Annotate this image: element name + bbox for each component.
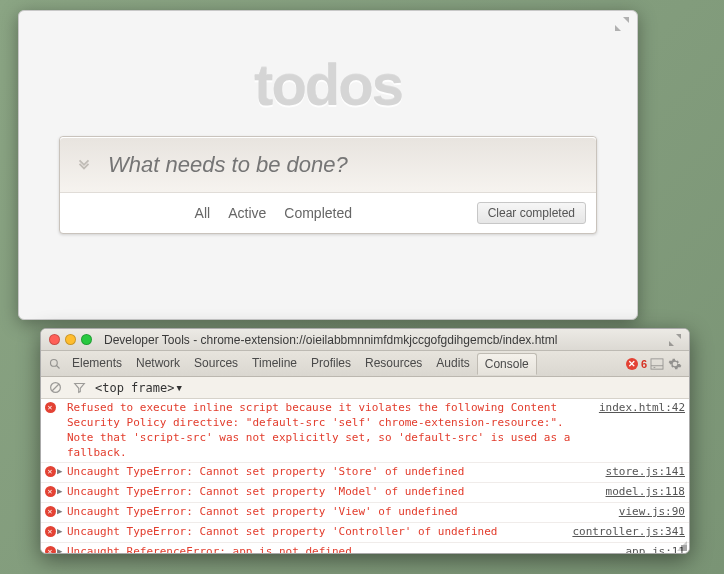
console-toolbar: <top frame> ▼	[41, 377, 689, 399]
devtools-tabbar: ElementsNetworkSourcesTimelineProfilesRe…	[41, 351, 689, 377]
filter-group: All Active Completed	[70, 203, 477, 223]
search-icon[interactable]	[47, 356, 63, 372]
expand-icon[interactable]	[615, 17, 629, 31]
error-message: Uncaught TypeError: Cannot set property …	[67, 505, 619, 520]
console-error-row: ✕▶Uncaught TypeError: Cannot set propert…	[41, 463, 689, 483]
filter-all[interactable]: All	[189, 203, 217, 223]
new-todo-input[interactable]	[108, 148, 596, 182]
window-titlebar[interactable]: Developer Tools - chrome-extension://oie…	[41, 329, 689, 351]
error-source-link[interactable]: store.js:141	[606, 465, 685, 480]
tab-timeline[interactable]: Timeline	[245, 353, 304, 374]
expand-arrow-icon[interactable]: ▶	[57, 505, 67, 520]
todo-panel: All Active Completed Clear completed	[59, 136, 597, 234]
tab-elements[interactable]: Elements	[65, 353, 129, 374]
error-source-link[interactable]: model.js:118	[606, 485, 685, 500]
expand-arrow-icon[interactable]: ▶	[57, 465, 67, 480]
console-error-row: ✕▶Uncaught TypeError: Cannot set propert…	[41, 503, 689, 523]
error-icon: ✕	[43, 465, 57, 480]
error-icon: ✕	[43, 485, 57, 500]
error-source-link[interactable]: index.html:42	[599, 401, 685, 460]
svg-line-1	[57, 365, 60, 368]
console-error-row: ✕▶Uncaught TypeError: Cannot set propert…	[41, 523, 689, 543]
error-source-link[interactable]: view.js:90	[619, 505, 685, 520]
tab-network[interactable]: Network	[129, 353, 187, 374]
error-icon: ✕	[43, 545, 57, 553]
zoom-icon[interactable]	[81, 334, 92, 345]
clear-completed-button[interactable]: Clear completed	[477, 202, 586, 224]
devtools-window: Developer Tools - chrome-extension://oie…	[40, 328, 690, 554]
tab-sources[interactable]: Sources	[187, 353, 245, 374]
window-title: Developer Tools - chrome-extension://oie…	[104, 333, 557, 347]
resize-handle-icon[interactable]	[675, 539, 687, 551]
console-error-row: ✕▶Uncaught TypeError: Cannot set propert…	[41, 483, 689, 503]
filter-icon[interactable]	[71, 380, 87, 396]
page-title: todos	[19, 51, 637, 118]
expand-icon[interactable]	[669, 334, 681, 346]
filter-active[interactable]: Active	[222, 203, 272, 223]
error-icon: ✕	[43, 525, 57, 540]
error-message: Uncaught ReferenceError: app is not defi…	[67, 545, 625, 553]
traffic-lights	[49, 334, 92, 345]
chevron-down-icon: ▼	[176, 383, 181, 393]
clear-console-icon[interactable]	[47, 380, 63, 396]
error-message: Uncaught TypeError: Cannot set property …	[67, 465, 606, 480]
svg-line-6	[52, 384, 59, 391]
todo-input-row	[60, 137, 596, 193]
tab-resources[interactable]: Resources	[358, 353, 429, 374]
error-count-badge[interactable]: ✕ 6	[626, 358, 647, 370]
error-icon: ✕	[626, 358, 638, 370]
frame-selector[interactable]: <top frame> ▼	[95, 381, 182, 395]
error-message: Uncaught TypeError: Cannot set property …	[67, 485, 606, 500]
expand-arrow-icon[interactable]: ▶	[57, 525, 67, 540]
error-count: 6	[641, 358, 647, 370]
frame-label: <top frame>	[95, 381, 174, 395]
tab-console[interactable]: Console	[477, 353, 537, 375]
console-error-row: ✕▶Uncaught ReferenceError: app is not de…	[41, 543, 689, 553]
error-icon: ✕	[43, 401, 57, 460]
drawer-toggle-icon[interactable]	[649, 356, 665, 372]
expand-arrow-icon[interactable]: ▶	[57, 485, 67, 500]
todo-footer: All Active Completed Clear completed	[60, 193, 596, 233]
gear-icon[interactable]	[667, 356, 683, 372]
error-icon: ✕	[43, 505, 57, 520]
expand-arrow-icon[interactable]: ▶	[57, 545, 67, 553]
console-output: ✕Refused to execute inline script becaus…	[41, 399, 689, 553]
error-message: Refused to execute inline script because…	[67, 401, 599, 460]
error-source-link[interactable]: controller.js:341	[572, 525, 685, 540]
svg-point-0	[51, 359, 58, 366]
tab-profiles[interactable]: Profiles	[304, 353, 358, 374]
toggle-all-icon[interactable]	[60, 154, 108, 177]
minimize-icon[interactable]	[65, 334, 76, 345]
todos-app-window: todos All Active Completed Clear complet…	[18, 10, 638, 320]
error-message: Uncaught TypeError: Cannot set property …	[67, 525, 572, 540]
close-icon[interactable]	[49, 334, 60, 345]
tab-audits[interactable]: Audits	[429, 353, 476, 374]
svg-rect-2	[651, 358, 663, 368]
expand-arrow-icon	[57, 401, 67, 460]
filter-completed[interactable]: Completed	[278, 203, 358, 223]
console-error-row: ✕Refused to execute inline script becaus…	[41, 399, 689, 463]
